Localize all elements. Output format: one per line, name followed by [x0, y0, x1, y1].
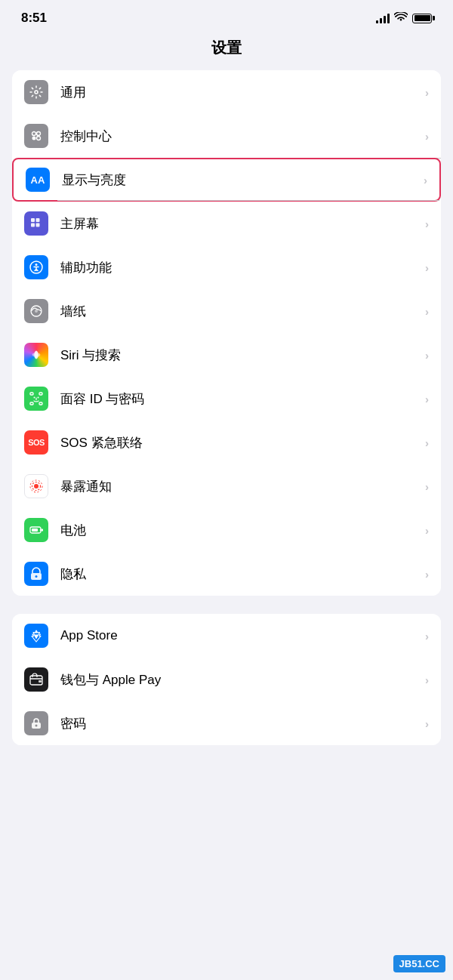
faceid-chevron: › [425, 393, 429, 405]
settings-item-battery[interactable]: 电池 › [12, 508, 441, 552]
exposure-chevron: › [425, 480, 429, 493]
signal-icon [376, 13, 390, 23]
settings-item-homescreen[interactable]: 主屏幕 › [12, 202, 441, 245]
svg-point-32 [35, 725, 38, 727]
accessibility-icon [24, 255, 48, 279]
settings-item-wallet[interactable]: 钱包与 Apple Pay › [12, 658, 441, 701]
svg-point-21 [34, 484, 39, 488]
siri-label: Siri 与搜索 [60, 347, 425, 364]
status-icons [376, 12, 432, 25]
settings-item-display[interactable]: AA 显示与亮度 › [12, 158, 441, 202]
settings-item-accessibility[interactable]: 辅助功能 › [12, 245, 441, 289]
wallpaper-chevron: › [425, 305, 429, 318]
controlcenter-label: 控制中心 [60, 128, 425, 145]
svg-point-10 [35, 263, 38, 266]
page-title-container: 设置 [0, 32, 453, 70]
wallpaper-icon [24, 299, 48, 323]
display-icon: AA [26, 168, 50, 192]
svg-rect-8 [36, 223, 40, 227]
settings-item-general[interactable]: 通用 › [12, 70, 441, 114]
settings-item-passwords[interactable]: 密码 › [12, 701, 441, 745]
svg-point-0 [35, 91, 38, 94]
battery-chevron: › [425, 524, 429, 537]
wallet-chevron: › [425, 673, 429, 686]
svg-rect-6 [36, 218, 40, 222]
faceid-icon [24, 387, 48, 411]
accessibility-label: 辅助功能 [60, 259, 425, 276]
display-chevron: › [424, 174, 427, 186]
sos-icon: SOS [24, 430, 48, 455]
appstore-icon [24, 624, 48, 648]
settings-item-sos[interactable]: SOS SOS 紧急联络 › [12, 421, 441, 464]
settings-item-appstore[interactable]: App Store › [12, 614, 441, 658]
svg-rect-25 [32, 529, 38, 532]
settings-item-siri[interactable]: Siri 与搜索 › [12, 333, 441, 377]
svg-point-19 [34, 397, 35, 399]
svg-rect-26 [42, 529, 43, 532]
siri-chevron: › [425, 349, 429, 362]
svg-point-3 [32, 137, 36, 140]
svg-rect-30 [39, 680, 42, 683]
control-icon [24, 124, 48, 148]
battery-icon [412, 14, 432, 23]
siri-icon [24, 343, 48, 367]
status-bar: 8:51 [0, 0, 453, 32]
settings-item-exposure[interactable]: 暴露通知 › [12, 464, 441, 508]
svg-point-20 [38, 397, 39, 399]
settings-item-faceid[interactable]: 面容 ID 与密码 › [12, 377, 441, 421]
display-label: 显示与亮度 [62, 171, 424, 189]
svg-rect-17 [30, 402, 33, 405]
watermark: JB51.CC [393, 955, 445, 972]
svg-point-4 [37, 137, 41, 140]
sos-label: SOS 紧急联络 [60, 434, 425, 451]
accessibility-chevron: › [425, 261, 429, 274]
svg-point-12 [35, 310, 38, 313]
settings-item-controlcenter[interactable]: 控制中心 › [12, 114, 441, 158]
general-icon [24, 80, 48, 104]
passwords-chevron: › [425, 717, 429, 730]
exposure-icon [24, 474, 48, 498]
privacy-icon [24, 562, 48, 586]
settings-section-1: 通用 › 控制中心 › AA 显示与亮度 › [12, 70, 441, 596]
svg-rect-16 [39, 393, 42, 395]
svg-point-14 [32, 353, 41, 356]
status-time: 8:51 [21, 11, 47, 26]
svg-rect-5 [31, 218, 35, 222]
svg-rect-15 [30, 393, 33, 395]
wallpaper-label: 墙纸 [60, 303, 425, 320]
homescreen-label: 主屏幕 [60, 215, 425, 233]
svg-rect-7 [31, 223, 35, 227]
settings-item-wallpaper[interactable]: 墙纸 › [12, 289, 441, 333]
homescreen-chevron: › [425, 217, 429, 230]
privacy-label: 隐私 [60, 566, 425, 583]
svg-point-28 [35, 575, 38, 578]
settings-item-privacy[interactable]: 隐私 › [12, 552, 441, 596]
wallet-label: 钱包与 Apple Pay [60, 671, 425, 689]
svg-point-1 [32, 132, 36, 136]
privacy-chevron: › [425, 568, 429, 581]
page-title: 设置 [211, 39, 242, 56]
general-chevron: › [425, 86, 429, 99]
battery-settings-icon [24, 518, 48, 542]
svg-rect-18 [39, 402, 42, 405]
wifi-icon [394, 12, 408, 25]
passwords-label: 密码 [60, 715, 425, 732]
svg-point-2 [37, 132, 41, 136]
exposure-label: 暴露通知 [60, 478, 425, 495]
appstore-label: App Store [60, 628, 425, 643]
sos-chevron: › [425, 436, 429, 449]
controlcenter-chevron: › [425, 130, 429, 143]
battery-label: 电池 [60, 522, 425, 539]
faceid-label: 面容 ID 与密码 [60, 390, 425, 408]
wallet-icon [24, 667, 48, 692]
general-label: 通用 [60, 84, 425, 101]
homescreen-icon [24, 211, 48, 236]
appstore-chevron: › [425, 630, 429, 643]
settings-section-2: App Store › 钱包与 Apple Pay › 密码 › [12, 614, 441, 745]
passwords-icon [24, 711, 48, 735]
